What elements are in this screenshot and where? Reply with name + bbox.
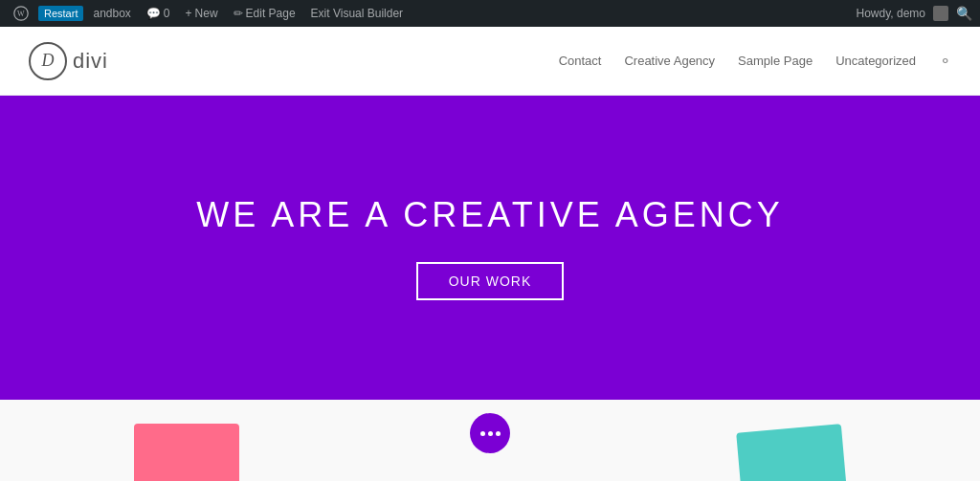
comments-count: 0 — [164, 7, 170, 20]
site-logo[interactable]: D divi — [29, 42, 108, 80]
our-work-button[interactable]: Our Work — [416, 262, 565, 300]
card-right — [736, 424, 846, 481]
user-avatar[interactable] — [933, 6, 948, 21]
howdy-text: Howdy, demo — [857, 7, 925, 20]
pencil-icon: ✏ — [234, 7, 243, 20]
restart-button[interactable]: Restart — [38, 6, 83, 21]
nav-contact[interactable]: Contact — [559, 54, 602, 68]
sandbox-label: andbox — [87, 7, 136, 20]
site-nav: Contact Creative Agency Sample Page Unca… — [559, 52, 951, 70]
nav-search-icon[interactable]: ⚬ — [939, 52, 951, 70]
admin-bar: W Restart andbox 💬 0 + New ✏ Edit Page E… — [0, 0, 980, 27]
hero-title: WE ARE A CREATIVE AGENCY — [196, 195, 783, 235]
logo-circle-icon: D — [29, 42, 67, 80]
site-header: D divi Contact Creative Agency Sample Pa… — [0, 27, 980, 96]
logo-name: divi — [73, 49, 108, 74]
plus-icon: + — [186, 7, 192, 20]
comments-button[interactable]: 💬 0 — [141, 7, 176, 20]
card-left — [134, 424, 239, 481]
comment-bubble-icon: 💬 — [146, 7, 161, 20]
exit-vb-button[interactable]: Exit Visual Builder — [305, 7, 410, 20]
dot-2 — [488, 431, 493, 436]
dot-1 — [480, 431, 485, 436]
nav-sample-page[interactable]: Sample Page — [738, 54, 813, 68]
nav-uncategorized[interactable]: Uncategorized — [835, 54, 916, 68]
nav-creative-agency[interactable]: Creative Agency — [624, 54, 715, 68]
below-fold-section — [0, 400, 980, 481]
admin-bar-right: Howdy, demo 🔍 — [857, 6, 972, 21]
hero-section: WE ARE A CREATIVE AGENCY Our Work — [0, 96, 980, 400]
new-button[interactable]: + New — [180, 7, 224, 20]
dots-menu-button[interactable] — [470, 413, 510, 453]
admin-search-icon[interactable]: 🔍 — [956, 6, 972, 21]
admin-bar-left: W Restart andbox 💬 0 + New ✏ Edit Page E… — [8, 6, 857, 21]
dot-3 — [496, 431, 501, 436]
wp-logo-button[interactable]: W — [8, 6, 34, 21]
edit-page-button[interactable]: ✏ Edit Page — [228, 7, 301, 20]
svg-text:W: W — [17, 10, 25, 18]
